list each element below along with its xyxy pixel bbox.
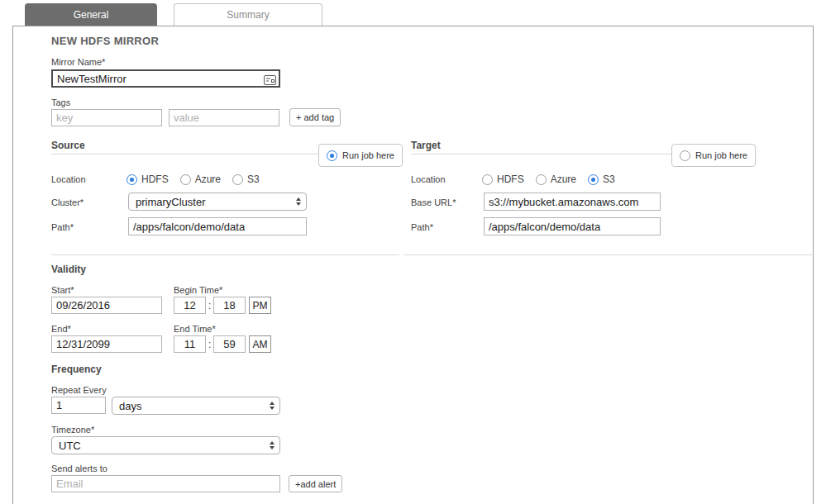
end-date-input[interactable] [51, 335, 162, 353]
source-s3-radio[interactable] [232, 174, 243, 185]
tag-value-input[interactable] [169, 109, 279, 126]
source-azure-radio[interactable] [180, 174, 191, 185]
repeat-every-label: Repeat Every [51, 385, 107, 395]
target-run-job-label: Run job here [695, 150, 747, 160]
target-azure-label: Azure [551, 174, 576, 185]
source-run-job-here[interactable]: Run job here [318, 144, 403, 167]
form-panel [12, 26, 814, 504]
tab-summary[interactable]: Summary [174, 3, 322, 26]
source-path-input[interactable] [128, 217, 307, 235]
frequency-heading: Frequency [51, 364, 102, 375]
begin-minute-input[interactable] [213, 297, 246, 314]
source-run-job-label: Run job here [342, 150, 394, 160]
target-s3-label: S3 [603, 174, 615, 185]
source-location-label: Location [51, 174, 86, 184]
target-location-label: Location [411, 174, 446, 184]
mirror-name-input[interactable] [51, 69, 280, 88]
timezone-label: Timezone* [51, 425, 94, 435]
tag-key-input[interactable] [51, 109, 162, 126]
alert-email-input[interactable] [51, 475, 280, 492]
select-arrows-icon [296, 197, 301, 206]
repeat-unit-value: days [119, 400, 141, 412]
target-run-job-radio[interactable] [680, 150, 690, 161]
tab-general[interactable]: General [25, 3, 157, 26]
target-location-s3[interactable]: S3 [588, 174, 615, 185]
source-hdfs-radio[interactable] [127, 174, 137, 185]
target-location-azure[interactable]: Azure [536, 174, 576, 185]
target-path-input[interactable] [484, 217, 661, 235]
begin-meridiem-select[interactable]: PM [249, 297, 271, 314]
source-run-job-radio[interactable] [327, 150, 337, 161]
source-path-label: Path* [51, 222, 74, 232]
end-hour-input[interactable] [174, 335, 206, 353]
target-hdfs-radio[interactable] [482, 174, 493, 185]
timezone-value: UTC [59, 440, 81, 452]
target-base-url-input[interactable] [484, 193, 661, 211]
timezone-select[interactable]: UTC [51, 436, 280, 454]
tags-label: Tags [51, 97, 70, 107]
target-run-job-here[interactable]: Run job here [671, 144, 756, 167]
repeat-unit-select[interactable]: days [112, 397, 280, 415]
source-cluster-value: primaryCluster [136, 196, 206, 208]
target-heading: Target [411, 140, 441, 151]
validity-heading: Validity [51, 264, 86, 275]
begin-time-colon: : [208, 300, 211, 311]
send-alerts-label: Send alerts to [51, 464, 107, 473]
source-azure-label: Azure [195, 174, 221, 185]
section-divider-right [403, 254, 814, 255]
repeat-every-input[interactable] [51, 397, 106, 414]
end-meridiem-select[interactable]: AM [249, 335, 271, 353]
target-base-url-label: Base URL* [411, 197, 456, 207]
section-divider-left [51, 254, 399, 255]
target-hdfs-label: HDFS [497, 174, 524, 185]
tab-summary-label: Summary [227, 9, 269, 21]
target-location-options: HDFS Azure S3 [482, 174, 615, 185]
end-date-label: End* [51, 324, 71, 334]
page: General Summary NEW HDFS MIRROR Mirror N… [0, 0, 826, 504]
page-title: NEW HDFS MIRROR [51, 35, 159, 47]
start-date-label: Start* [51, 285, 74, 295]
end-time-colon: : [208, 339, 211, 350]
target-azure-radio[interactable] [536, 174, 547, 185]
target-location-hdfs[interactable]: HDFS [482, 174, 524, 185]
start-date-input[interactable] [51, 297, 162, 314]
end-minute-input[interactable] [213, 335, 246, 353]
begin-time-label: Begin Time* [174, 285, 222, 295]
tab-general-label: General [74, 9, 109, 21]
source-location-hdfs[interactable]: HDFS [127, 174, 169, 185]
source-location-options: HDFS Azure S3 [127, 174, 260, 185]
add-alert-button[interactable]: +add alert [289, 475, 342, 492]
source-cluster-label: Cluster* [51, 197, 84, 207]
mirror-name-label: Mirror Name* [51, 57, 105, 67]
source-s3-label: S3 [247, 174, 260, 185]
select-arrows-icon [270, 402, 275, 410]
source-cluster-select[interactable]: primaryCluster [128, 193, 307, 211]
target-path-label: Path* [411, 222, 433, 232]
end-time-label: End Time* [174, 324, 216, 334]
add-tag-button[interactable]: + add tag [289, 108, 341, 126]
select-arrows-icon [270, 441, 275, 449]
source-heading: Source [51, 140, 85, 151]
source-hdfs-label: HDFS [141, 174, 169, 185]
source-location-s3[interactable]: S3 [232, 174, 260, 185]
source-location-azure[interactable]: Azure [180, 174, 221, 185]
target-s3-radio[interactable] [588, 174, 599, 185]
begin-hour-input[interactable] [174, 297, 206, 314]
autofill-contact-icon [264, 74, 276, 88]
